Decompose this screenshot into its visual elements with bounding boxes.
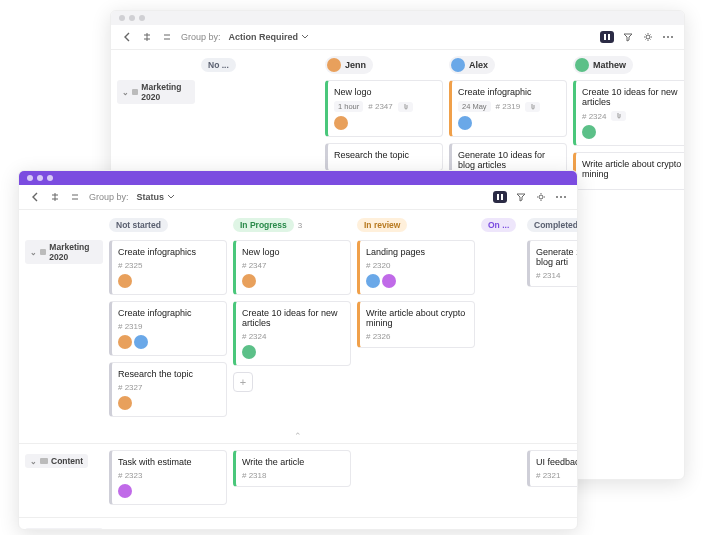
task-card[interactable]: New logo# 2347 — [233, 240, 351, 295]
groupby-label: Group by: — [181, 32, 221, 42]
collapse-icon[interactable] — [49, 191, 61, 203]
status-pill[interactable]: In review — [357, 218, 407, 232]
folder-icon — [40, 249, 46, 255]
task-id: # 2347 — [368, 102, 392, 111]
groupby-value: Action Required — [229, 32, 299, 42]
expand-icon[interactable] — [69, 191, 81, 203]
chevron-down-icon — [167, 194, 175, 200]
person-name: Mathew — [593, 60, 626, 70]
task-id: # 2319 — [496, 102, 520, 111]
avatar — [327, 58, 341, 72]
group-tag[interactable]: ⌄PPC campaign — [25, 528, 103, 530]
group-tag[interactable]: ⌄Content — [25, 454, 88, 468]
collapse-icon[interactable] — [141, 31, 153, 43]
collapse-section-icon[interactable]: ⌃ — [19, 429, 577, 443]
add-card-button[interactable]: + — [233, 372, 253, 392]
task-id: # 2321 — [536, 471, 560, 480]
avatar — [582, 125, 596, 139]
card-title: UI feedback — [536, 457, 577, 467]
avatar — [458, 116, 472, 130]
task-id: # 2319 — [118, 322, 142, 331]
svg-point-11 — [564, 196, 566, 198]
avatar — [242, 274, 256, 288]
task-id: # 2314 — [536, 271, 560, 280]
person-column-head[interactable]: Jenn — [325, 56, 373, 74]
person-name: Alex — [469, 60, 488, 70]
svg-point-10 — [560, 196, 562, 198]
card-title: Generate 10 ideas for blog arti — [536, 247, 577, 267]
avatar — [242, 345, 256, 359]
groupby-label: Group by: — [89, 192, 129, 202]
avatar — [134, 335, 148, 349]
front-window: Group by: Status ⌄Marketing 2020Not star… — [18, 170, 578, 530]
view-toggle-icon[interactable] — [600, 31, 614, 43]
task-card[interactable]: Create 10 ideas for new articles# 2324 — [573, 80, 684, 146]
chevron-down-icon: ⌄ — [30, 457, 37, 466]
task-card[interactable]: Generate 10 ideas for blog arti# 2314 — [527, 240, 577, 287]
task-id: # 2323 — [118, 471, 142, 480]
gear-icon[interactable] — [535, 191, 547, 203]
meta-chip: 24 May — [458, 101, 491, 112]
status-pill[interactable]: Completed — [527, 218, 577, 232]
expand-icon[interactable] — [161, 31, 173, 43]
task-id: # 2326 — [366, 332, 390, 341]
status-pill[interactable]: In Progress — [233, 218, 294, 232]
status-pill[interactable]: Not started — [109, 218, 168, 232]
status-pill[interactable]: On ... — [481, 218, 516, 232]
task-id: # 2327 — [118, 383, 142, 392]
task-card[interactable]: Landing pages# 2320 — [357, 240, 475, 295]
task-card[interactable]: Task with estimate# 2323 — [109, 450, 227, 505]
task-card[interactable]: Write article about crypto mining# 2326 — [357, 301, 475, 348]
groupby-select[interactable]: Status — [137, 192, 176, 202]
svg-rect-6 — [497, 194, 499, 200]
svg-point-4 — [667, 36, 669, 38]
card-title: Create 10 ideas for new articles — [242, 308, 344, 328]
titlebar — [111, 11, 684, 25]
card-title: Create 10 ideas for new articles — [582, 87, 684, 107]
avatar — [118, 396, 132, 410]
back-icon[interactable] — [29, 191, 41, 203]
task-card[interactable]: Write the article# 2318 — [233, 450, 351, 487]
more-icon[interactable] — [555, 191, 567, 203]
task-id: # 2325 — [118, 261, 142, 270]
toolbar: Group by: Status — [19, 185, 577, 210]
group-tag-marketing[interactable]: ⌄ Marketing 2020 — [117, 80, 195, 104]
card-title: Write article about crypto mining — [366, 308, 468, 328]
filter-icon[interactable] — [515, 191, 527, 203]
task-card[interactable]: UI feedback# 2321 — [527, 450, 577, 487]
task-card[interactable]: New logo1 hour# 2347 — [325, 80, 443, 137]
card-title: New logo — [334, 87, 436, 97]
status-pill[interactable]: No ... — [201, 58, 236, 72]
folder-icon — [132, 89, 138, 95]
group-tag[interactable]: ⌄Marketing 2020 — [25, 240, 103, 264]
avatar — [366, 274, 380, 288]
task-card[interactable]: Create infographic# 2319 — [109, 301, 227, 356]
task-card[interactable]: Create infographics# 2325 — [109, 240, 227, 295]
avatar — [118, 274, 132, 288]
groupby-select[interactable]: Action Required — [229, 32, 310, 42]
svg-point-2 — [646, 35, 650, 39]
task-id: # 2324 — [582, 112, 606, 121]
card-title: Task with estimate — [118, 457, 220, 467]
avatar — [382, 274, 396, 288]
card-title: Generate 10 ideas for blog articles — [458, 150, 560, 170]
titlebar — [19, 171, 577, 185]
filter-icon[interactable] — [622, 31, 634, 43]
task-card[interactable]: Research the topic# 2327 — [109, 362, 227, 417]
folder-icon — [40, 458, 48, 464]
svg-point-3 — [663, 36, 665, 38]
gear-icon[interactable] — [642, 31, 654, 43]
task-card[interactable]: Write article about crypto mining — [573, 152, 684, 190]
person-column-head[interactable]: Alex — [449, 56, 495, 74]
back-icon[interactable] — [121, 31, 133, 43]
avatar — [118, 484, 132, 498]
view-toggle-icon[interactable] — [493, 191, 507, 203]
task-card[interactable]: Create 10 ideas for new articles# 2324 — [233, 301, 351, 366]
task-card[interactable]: Research the topic — [325, 143, 443, 171]
more-icon[interactable] — [662, 31, 674, 43]
person-column-head[interactable]: Mathew — [573, 56, 633, 74]
group-label: Marketing 2020 — [49, 242, 98, 262]
card-title: Create infographics — [118, 247, 220, 257]
task-id: # 2320 — [366, 261, 390, 270]
task-card[interactable]: Create infographic24 May# 2319 — [449, 80, 567, 137]
